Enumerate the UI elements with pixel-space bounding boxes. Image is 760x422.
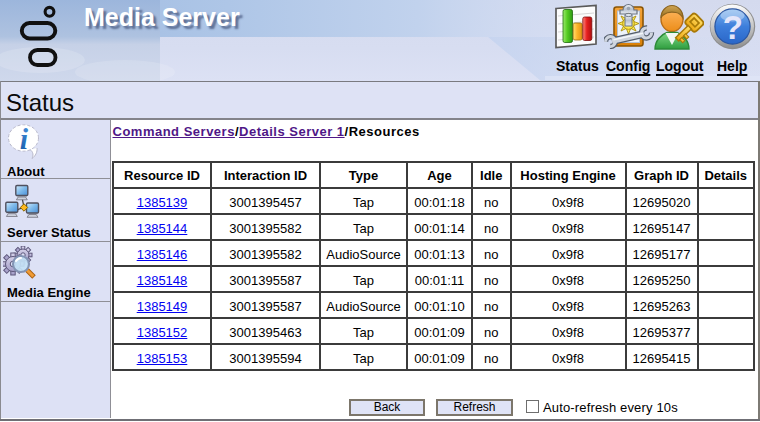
svg-text:?: ? xyxy=(723,9,743,46)
svg-text:i: i xyxy=(20,124,29,155)
